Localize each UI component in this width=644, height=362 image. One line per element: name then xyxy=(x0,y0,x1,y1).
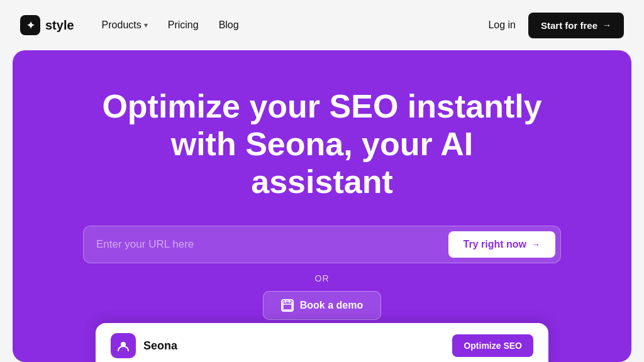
book-demo-button[interactable]: Book a demo xyxy=(263,291,381,320)
calendar-icon xyxy=(281,299,294,312)
navbar: ✦ style Products ▾ Pricing Blog Log in S… xyxy=(0,0,644,50)
try-label: Try right now xyxy=(464,239,526,250)
logo[interactable]: ✦ style xyxy=(20,15,74,35)
book-demo-label: Book a demo xyxy=(300,300,363,311)
logo-icon: ✦ xyxy=(20,15,40,35)
arrow-icon: → xyxy=(602,20,611,30)
svg-rect-0 xyxy=(283,302,292,310)
nav-item-pricing[interactable]: Pricing xyxy=(160,14,206,36)
pricing-label: Pricing xyxy=(168,19,199,31)
try-arrow-icon: → xyxy=(531,239,540,250)
hero-title: Optimize your SEO instantly with Seona, … xyxy=(102,88,542,200)
seona-avatar xyxy=(111,333,136,358)
seona-card: Seona Optimize SEO xyxy=(96,323,548,362)
optimize-seo-button[interactable]: Optimize SEO xyxy=(452,334,533,357)
start-label: Start for free xyxy=(541,20,597,31)
blog-label: Blog xyxy=(219,19,239,31)
url-input-row: Try right now → xyxy=(83,226,561,263)
or-divider: OR xyxy=(315,273,330,283)
chevron-down-icon: ▾ xyxy=(144,21,148,30)
hero-section: Optimize your SEO instantly with Seona, … xyxy=(13,50,631,362)
nav-links: Products ▾ Pricing Blog xyxy=(94,14,247,36)
logo-text: style xyxy=(45,18,74,33)
login-button[interactable]: Log in xyxy=(488,19,516,31)
start-button[interactable]: Start for free → xyxy=(528,13,624,38)
navbar-left: ✦ style Products ▾ Pricing Blog xyxy=(20,14,247,36)
seona-name: Seona xyxy=(143,339,177,353)
nav-item-products[interactable]: Products ▾ xyxy=(94,14,155,36)
navbar-right: Log in Start for free → xyxy=(488,13,624,38)
products-label: Products xyxy=(102,19,142,31)
nav-item-blog[interactable]: Blog xyxy=(211,14,247,36)
url-input[interactable] xyxy=(96,238,441,251)
try-button[interactable]: Try right now → xyxy=(448,231,555,258)
seona-card-left: Seona xyxy=(111,333,177,358)
